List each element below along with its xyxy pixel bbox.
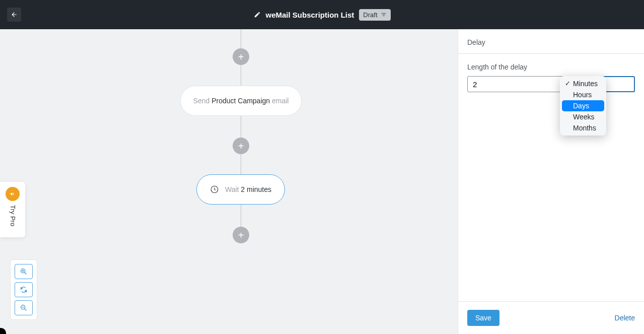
arrow-left-icon (11, 11, 18, 18)
dropdown-option-weeks[interactable]: Weeks (562, 111, 604, 122)
save-button[interactable]: Save (467, 310, 499, 326)
status-badge[interactable]: Draft (359, 9, 390, 21)
pencil-icon[interactable] (253, 11, 260, 18)
dropdown-option-hours[interactable]: Hours (562, 89, 604, 100)
add-step-button-1[interactable]: + (233, 48, 249, 65)
dropdown-option-minutes[interactable]: Minutes (562, 78, 604, 89)
dropdown-option-days[interactable]: Days (562, 100, 604, 111)
workflow-canvas[interactable]: + Send Product Campaign email + Wait 2 m… (0, 29, 458, 334)
send-suffix: email (270, 97, 289, 105)
panel-body: Length of the delay ▲ ▼ Minutes Hours Da… (458, 54, 644, 301)
status-badge-label: Draft (363, 11, 377, 19)
back-button[interactable] (7, 8, 21, 22)
filter-icon (381, 12, 387, 18)
add-step-button-2[interactable]: + (233, 138, 249, 154)
zoom-controls (10, 259, 37, 320)
campaign-name: Product Campaign (211, 97, 270, 105)
refresh-icon (20, 286, 28, 294)
add-step-button-3[interactable]: + (233, 227, 249, 243)
megaphone-icon (9, 190, 16, 197)
panel-title: Delay (458, 29, 644, 54)
delay-field-label: Length of the delay (467, 63, 635, 71)
delay-field-row: ▲ ▼ (467, 76, 635, 92)
send-email-node[interactable]: Send Product Campaign email (180, 86, 302, 116)
dropdown-option-months[interactable]: Months (562, 122, 604, 133)
header-bar: weMail Subscription List Draft (0, 0, 644, 29)
unit-dropdown: Minutes Hours Days Weeks Months (560, 76, 606, 136)
megaphone-badge (6, 187, 20, 201)
panel-footer: Save Delete (458, 301, 644, 334)
header-center: weMail Subscription List Draft (253, 9, 390, 21)
zoom-out-button[interactable] (15, 300, 33, 315)
try-pro-label: Try Pro (9, 205, 17, 226)
page-title: weMail Subscription List (265, 11, 354, 19)
zoom-out-icon (20, 304, 28, 312)
wait-prefix: Wait (225, 185, 241, 193)
wait-duration: 2 minutes (241, 185, 271, 193)
settings-panel: Delay Length of the delay ▲ ▼ Minutes Ho… (458, 29, 644, 334)
reset-zoom-button[interactable] (15, 282, 33, 297)
zoom-in-button[interactable] (15, 264, 33, 279)
clock-icon (210, 185, 219, 194)
zoom-in-icon (20, 268, 28, 276)
try-pro-tab[interactable]: Try Pro (0, 182, 25, 237)
wait-node[interactable]: Wait 2 minutes (196, 174, 285, 205)
send-prefix: Send (193, 97, 212, 105)
delete-button[interactable]: Delete (615, 314, 635, 322)
